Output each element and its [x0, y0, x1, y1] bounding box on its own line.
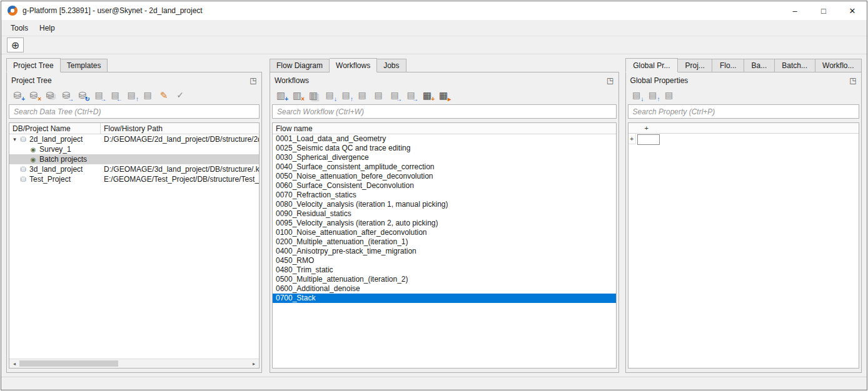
- workflow-row[interactable]: 0030_Spherical_divergence: [273, 153, 616, 162]
- tab-workflow-props[interactable]: Workflo...: [815, 59, 862, 72]
- tree-item-label: Survey_1: [39, 145, 71, 154]
- workflow-row[interactable]: 0500_Multiple_attenuation_(iteration_2): [273, 275, 616, 284]
- tab-templates-label: Templates: [67, 61, 101, 70]
- horizontal-scrollbar[interactable]: ◂ ▸: [9, 359, 259, 368]
- tree-row-2d-land-project[interactable]: ▾ ⛁ 2d_land_project D:/GEOMAGE/2d_land_p…: [9, 134, 259, 144]
- scrollbar-thumb[interactable]: [19, 360, 118, 367]
- move-database-icon[interactable]: ⛁→: [60, 89, 73, 101]
- app-logo-icon: [8, 6, 18, 16]
- workflows-column: Flow Diagram Workflows Jobs Workflows ◳ …: [270, 57, 619, 373]
- export-workflow-icon[interactable]: ▤↑: [340, 89, 352, 101]
- tab-project-tree[interactable]: Project Tree: [6, 58, 61, 72]
- import-workflow-icon[interactable]: ▤↓: [323, 89, 336, 101]
- tab-jobs[interactable]: Jobs: [377, 59, 406, 72]
- import-properties-icon[interactable]: ▤↓: [630, 89, 643, 101]
- tree-row-test-project[interactable]: ⛁ Test_Project E:/GEOMAGE/Test_Project/D…: [9, 174, 259, 184]
- batch-run-icon[interactable]: ▦▸: [437, 89, 450, 101]
- project-tree-toolbar: ⛁+ ⛁× ⛁ ⛁→ ⛁↻ ▤→ ▤← ▤↑ ▤ ✎ ✓: [7, 86, 261, 103]
- workflow-row[interactable]: 0480_Trim_static: [273, 265, 616, 275]
- database-glyph: ⛁: [30, 91, 38, 100]
- database-icon: ⛁: [19, 166, 28, 174]
- close-button[interactable]: ✕: [838, 1, 867, 20]
- export-properties-icon[interactable]: ▤↑: [647, 89, 659, 101]
- workflow-row[interactable]: 0060_Surface_Consistent_Deconvolution: [273, 181, 616, 191]
- tab-project[interactable]: Proj...: [678, 59, 712, 72]
- tab-flow[interactable]: Flo...: [712, 59, 744, 72]
- copy-database-icon[interactable]: ⛁: [44, 89, 56, 101]
- validate-icon[interactable]: ✓: [174, 89, 186, 101]
- search-workflow-input[interactable]: [272, 104, 617, 119]
- workflow-row-selected[interactable]: 0700_Stack: [273, 294, 616, 303]
- float-panel-icon[interactable]: ◳: [248, 76, 258, 86]
- workflow-row[interactable]: 0040_Surface_consistent_amplitude_correc…: [273, 162, 616, 172]
- workflow-row[interactable]: 0050_Noise_attenuation_before_deconvolut…: [273, 172, 616, 181]
- add-workflow-icon[interactable]: ▥+: [275, 89, 287, 101]
- send-workflow-icon[interactable]: ▤→: [388, 89, 401, 101]
- refresh-database-icon[interactable]: ⛁↻: [76, 89, 89, 101]
- workflow-row[interactable]: 0450_RMO: [273, 256, 616, 265]
- float-panel-icon[interactable]: ◳: [605, 76, 615, 86]
- minimize-button[interactable]: –: [780, 1, 809, 20]
- scroll-left-icon[interactable]: ◂: [9, 359, 19, 368]
- edit-icon[interactable]: ✎: [158, 89, 170, 101]
- workflow-text-icon[interactable]: ▤: [356, 89, 368, 101]
- globe-button[interactable]: ⊕: [7, 37, 24, 52]
- tab-templates[interactable]: Templates: [61, 59, 108, 72]
- tree-row-3d-land-project[interactable]: ⛁ 3d_land_project D:/GEOMAGE/3d_land_pro…: [9, 164, 259, 174]
- project-tree-table: DB/Project Name Flow/History Path ▾ ⛁ 2d…: [9, 122, 260, 369]
- add-column-header[interactable]: +: [645, 124, 648, 132]
- batch-create-icon[interactable]: ▦+: [421, 89, 433, 101]
- new-property-input[interactable]: [637, 134, 660, 145]
- project-tree-panel-header: Project Tree ◳: [7, 72, 261, 86]
- export-data-icon[interactable]: ▤←: [109, 89, 121, 101]
- plus-badge: +: [21, 96, 25, 102]
- column-flow-history-path[interactable]: Flow/History Path: [101, 123, 259, 134]
- database-icon: ⛁: [19, 176, 28, 184]
- main-toolbar: ⊕: [1, 36, 867, 54]
- workflow-row[interactable]: 0200_Multiple_attenuation_(iteration_1): [273, 237, 616, 247]
- tab-flow-diagram[interactable]: Flow Diagram: [270, 59, 330, 72]
- column-flow-name[interactable]: Flow name: [273, 123, 616, 134]
- column-db-project-name[interactable]: DB/Project Name: [9, 123, 101, 134]
- tree-row-batch-projects[interactable]: ◉ Batch projects: [9, 154, 259, 164]
- workflow-report-icon[interactable]: ▤: [372, 89, 385, 101]
- workflow-row[interactable]: 0090_Residual_statics: [273, 209, 616, 219]
- tab-global-properties[interactable]: Global Pr...: [625, 58, 678, 72]
- scrollbar-track[interactable]: [118, 359, 249, 368]
- add-database-icon[interactable]: ⛁+: [11, 89, 24, 101]
- document-icon[interactable]: ▤: [141, 89, 154, 101]
- tree-row-survey-1[interactable]: ◉ Survey_1: [9, 144, 259, 154]
- tab-batch[interactable]: Ba...: [744, 59, 775, 72]
- search-property-input[interactable]: [628, 104, 859, 119]
- upload-document-icon[interactable]: ▤↑: [125, 89, 138, 101]
- delete-database-icon[interactable]: ⛁×: [28, 89, 40, 101]
- properties-list-icon[interactable]: ▤: [663, 89, 675, 101]
- tab-workflows-label: Workflows: [336, 61, 370, 70]
- float-panel-icon[interactable]: ◳: [848, 76, 858, 86]
- tree-cell-name: ⛁ 3d_land_project: [9, 165, 101, 174]
- search-data-tree-input[interactable]: [9, 104, 260, 119]
- check-glyph: ✓: [176, 91, 184, 99]
- maximize-button[interactable]: □: [809, 1, 838, 20]
- workflow-row[interactable]: 0095_Velocity_analysis (iteration 2, aut…: [273, 219, 616, 228]
- menu-help[interactable]: Help: [34, 22, 61, 34]
- scroll-right-icon[interactable]: ▸: [249, 359, 259, 368]
- delete-workflow-icon[interactable]: ▥×: [291, 89, 303, 101]
- document-glyph: ▤: [341, 91, 350, 99]
- workflow-row[interactable]: 0600_Additional_denoise: [273, 284, 616, 294]
- workflow-row[interactable]: 0400_Anisotrpy_pre-stack_time_migration: [273, 247, 616, 256]
- workflow-row[interactable]: 0080_Velocity_analysis (iteration 1, man…: [273, 200, 616, 209]
- workflow-row[interactable]: 0100_Noise_attenuation_after_deconvoluti…: [273, 228, 616, 237]
- copy-workflow-icon[interactable]: ▥: [307, 89, 320, 101]
- workflow-row[interactable]: 0070_Refraction_statics: [273, 191, 616, 200]
- workflow-row[interactable]: 0001_Load_data_and_Geometry: [273, 134, 616, 144]
- workflow-row[interactable]: 0025_Seismic data QC and trace editing: [273, 144, 616, 153]
- tab-workflows[interactable]: Workflows: [330, 58, 377, 72]
- expander-icon[interactable]: ▾: [11, 136, 19, 142]
- add-property-button[interactable]: +: [628, 134, 636, 144]
- forward-workflow-icon[interactable]: ▤→: [405, 89, 417, 101]
- menu-tools[interactable]: Tools: [5, 22, 34, 34]
- import-data-icon[interactable]: ▤→: [93, 89, 105, 101]
- document-glyph: ▤: [665, 91, 673, 99]
- tab-batch2[interactable]: Batch...: [775, 59, 815, 72]
